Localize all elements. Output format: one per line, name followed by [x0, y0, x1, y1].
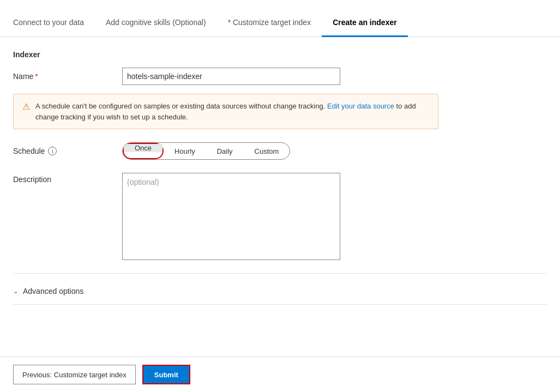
tab-connect[interactable]: Connect to your data	[13, 18, 95, 37]
schedule-row: Schedule i Once Hourly Daily Custom	[13, 142, 547, 160]
tab-customize[interactable]: * Customize target index	[217, 18, 322, 37]
description-label: Description	[13, 173, 122, 184]
tab-cognitive[interactable]: Add cognitive skills (Optional)	[95, 18, 217, 37]
tab-indexer[interactable]: Create an indexer	[322, 18, 408, 37]
advanced-divider	[13, 304, 547, 305]
footer: Previous: Customize target index Submit	[0, 357, 560, 392]
schedule-hourly-button[interactable]: Hourly	[164, 143, 206, 159]
schedule-label: Schedule i	[13, 147, 122, 155]
header-tabs: Connect to your data Add cognitive skill…	[0, 0, 560, 37]
description-textarea[interactable]: (optional)	[122, 173, 340, 260]
schedule-toggle-group: Once Hourly Daily Custom	[122, 142, 290, 160]
info-icon[interactable]: i	[48, 147, 57, 155]
advanced-options-label: Advanced options	[23, 287, 83, 295]
warning-text: A schedule can't be configured on sample…	[35, 101, 429, 122]
schedule-once-wrapper: Once	[123, 143, 164, 159]
name-input[interactable]	[122, 68, 340, 85]
warning-box: ⚠ A schedule can't be configured on samp…	[13, 94, 438, 129]
warning-icon: ⚠	[22, 101, 30, 112]
chevron-down-icon: ⌄	[13, 287, 19, 295]
name-row: Name*	[13, 68, 547, 85]
name-label: Name*	[13, 72, 122, 81]
submit-button[interactable]: Submit	[142, 365, 190, 384]
description-row: Description (optional)	[13, 173, 547, 260]
schedule-once-button[interactable]: Once	[124, 144, 162, 152]
schedule-daily-button[interactable]: Daily	[206, 143, 244, 159]
required-star: *	[35, 72, 38, 81]
section-title: Indexer	[13, 50, 547, 59]
advanced-options-row[interactable]: ⌄ Advanced options	[13, 282, 547, 300]
warning-link[interactable]: Edit your data source	[327, 102, 394, 110]
section-divider	[13, 273, 547, 274]
main-content: Indexer Name* ⚠ A schedule can't be conf…	[0, 37, 560, 305]
back-button[interactable]: Previous: Customize target index	[13, 365, 136, 384]
schedule-custom-button[interactable]: Custom	[244, 143, 290, 159]
